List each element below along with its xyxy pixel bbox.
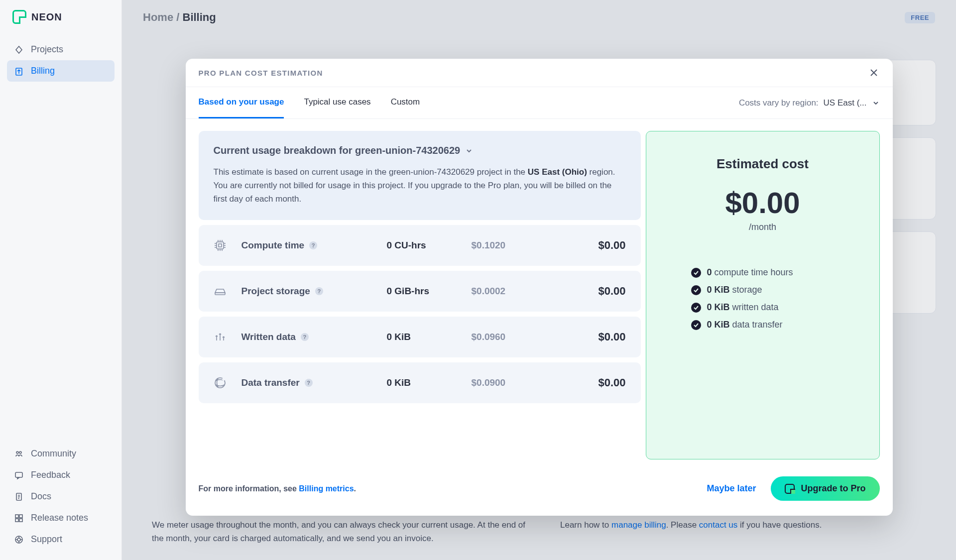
release-notes-icon <box>14 513 24 523</box>
docs-icon <box>14 492 24 502</box>
nav-label: Release notes <box>31 513 88 523</box>
svg-point-1 <box>16 451 18 453</box>
check-icon <box>691 268 701 278</box>
estimate-amount: $0.00 <box>666 186 859 220</box>
billing-icon <box>14 66 24 76</box>
close-icon <box>869 68 879 78</box>
tab-typical-use-cases[interactable]: Typical use cases <box>304 87 370 118</box>
modal-title: PRO PLAN COST ESTIMATION <box>199 69 323 77</box>
chevron-down-icon <box>872 99 880 107</box>
maybe-later-button[interactable]: Maybe later <box>707 483 756 494</box>
usage-breakdown-panel: Current usage breakdown for green-union-… <box>199 131 641 220</box>
main: Home / Billing FREE s created of data pe… <box>122 0 956 560</box>
svg-rect-7 <box>15 519 18 522</box>
support-icon <box>14 535 24 545</box>
nav-label: Docs <box>31 491 51 502</box>
nav-feedback[interactable]: Feedback <box>7 464 115 486</box>
help-icon[interactable]: ? <box>309 241 317 249</box>
nav-docs[interactable]: Docs <box>7 486 115 507</box>
nav-label: Feedback <box>31 470 70 480</box>
close-button[interactable] <box>868 67 880 79</box>
check-icon <box>691 303 701 313</box>
secondary-nav: Community Feedback Docs Release notes Su… <box>0 443 121 550</box>
estimate-period: /month <box>666 222 859 232</box>
modal-overlay: PRO PLAN COST ESTIMATION Based on your u… <box>122 0 956 560</box>
data-transfer-icon <box>214 376 237 389</box>
svg-point-10 <box>17 538 20 541</box>
brand-logo[interactable]: NEON <box>0 10 121 39</box>
svg-rect-11 <box>217 242 224 249</box>
panel-title[interactable]: Current usage breakdown for green-union-… <box>214 145 626 156</box>
feedback-icon <box>14 470 24 480</box>
region-label: Costs vary by region: <box>739 98 819 108</box>
footer-note: For more information, see Billing metric… <box>199 484 357 493</box>
help-icon[interactable]: ? <box>301 333 309 341</box>
estimate-line: 0 KiB storage <box>691 285 859 295</box>
check-icon <box>691 320 701 330</box>
sidebar: NEON Projects Billing Community Feedback <box>0 0 122 560</box>
svg-rect-6 <box>19 515 22 518</box>
nav-support[interactable]: Support <box>7 529 115 550</box>
svg-rect-12 <box>219 244 222 247</box>
logo-icon <box>785 484 795 494</box>
help-icon[interactable]: ? <box>315 287 323 295</box>
estimate-line: 0 KiB written data <box>691 302 859 313</box>
estimate-title: Estimated cost <box>666 156 859 172</box>
svg-rect-5 <box>15 515 18 518</box>
projects-icon <box>14 45 24 55</box>
region-value: US East (... <box>824 98 867 108</box>
cpu-icon <box>214 239 237 252</box>
community-icon <box>14 449 24 459</box>
upgrade-to-pro-button[interactable]: Upgrade to Pro <box>771 476 879 501</box>
region-picker: Costs vary by region: US East (... <box>739 98 880 108</box>
estimate-line: 0 KiB data transfer <box>691 320 859 330</box>
panel-description: This estimate is based on current usage … <box>214 165 626 206</box>
svg-rect-3 <box>15 472 22 477</box>
billing-metrics-link[interactable]: Billing metrics <box>299 484 354 493</box>
estimate-summary: Estimated cost $0.00 /month 0 compute ti… <box>646 131 880 459</box>
svg-rect-8 <box>19 519 22 522</box>
nav-billing[interactable]: Billing <box>7 60 115 82</box>
svg-rect-13 <box>215 293 225 295</box>
brand-name: NEON <box>31 11 62 23</box>
cost-estimation-modal: PRO PLAN COST ESTIMATION Based on your u… <box>186 59 893 516</box>
nav-label: Projects <box>31 44 63 55</box>
chevron-down-icon <box>465 147 473 155</box>
metric-row-compute: Compute time? 0 CU-hrs $0.1020 $0.00 <box>199 225 641 266</box>
nav-label: Community <box>31 448 76 459</box>
nav-projects[interactable]: Projects <box>7 39 115 60</box>
tab-based-on-usage[interactable]: Based on your usage <box>199 87 284 118</box>
nav-community[interactable]: Community <box>7 443 115 464</box>
svg-point-2 <box>19 451 21 453</box>
help-icon[interactable]: ? <box>305 379 313 387</box>
logo-icon <box>12 10 26 24</box>
written-data-icon <box>214 331 237 343</box>
storage-icon <box>214 285 237 298</box>
check-icon <box>691 285 701 295</box>
estimate-line: 0 compute time hours <box>691 267 859 278</box>
metric-row-storage: Project storage? 0 GiB-hrs $0.0002 $0.00 <box>199 271 641 312</box>
nav-release-notes[interactable]: Release notes <box>7 507 115 529</box>
nav-label: Billing <box>31 66 55 76</box>
primary-nav: Projects Billing <box>0 39 121 82</box>
tab-custom[interactable]: Custom <box>391 87 420 118</box>
region-select[interactable]: US East (... <box>824 98 880 108</box>
metric-row-written: Written data? 0 KiB $0.0960 $0.00 <box>199 317 641 357</box>
modal-tabs: Based on your usage Typical use cases Cu… <box>199 87 420 118</box>
nav-label: Support <box>31 534 62 545</box>
metric-row-transfer: Data transfer? 0 KiB $0.0900 $0.00 <box>199 362 641 403</box>
